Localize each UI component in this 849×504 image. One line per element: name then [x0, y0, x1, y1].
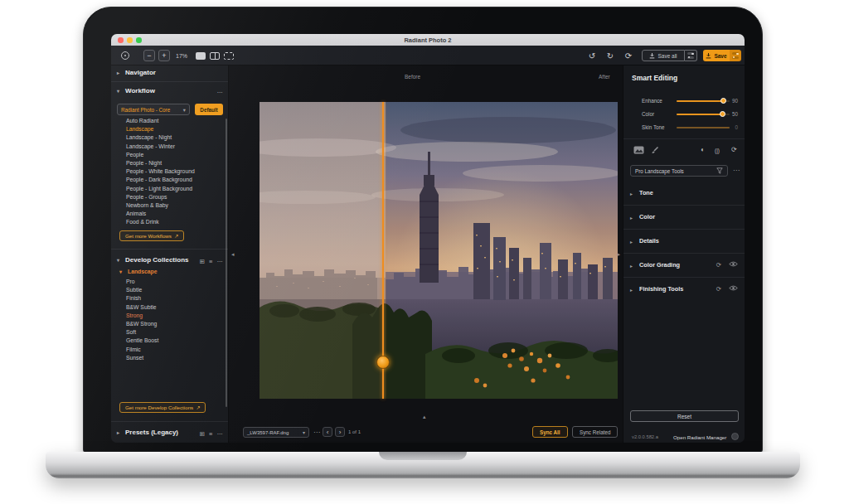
workflow-preset-dropdown[interactable]: Radiant Photo - Core ▾: [117, 104, 190, 115]
smart-editing-title: Smart Editing: [632, 74, 677, 82]
develop-item[interactable]: Sunset: [111, 354, 228, 362]
photo-before-after[interactable]: [260, 102, 618, 399]
navigate-icon[interactable]: [119, 50, 131, 61]
workflow-section-header[interactable]: ▾ Workflow: [111, 87, 228, 94]
develop-item[interactable]: Finish: [111, 294, 228, 303]
view-single-icon[interactable]: [195, 50, 206, 61]
sidebar-scrollbar[interactable]: [226, 119, 227, 407]
radiant-manager-icon[interactable]: [731, 433, 739, 440]
reset-adjustments-icon[interactable]: ⟳: [731, 146, 737, 153]
workflow-label: Workflow: [125, 87, 155, 94]
section-details[interactable]: ▸ Details: [623, 230, 745, 254]
download-icon: [649, 53, 655, 59]
develop-item[interactable]: B&W Subtle: [111, 303, 228, 312]
compare-split-handle[interactable]: [376, 356, 390, 369]
develop-group-landscape[interactable]: ▾ Landscape: [119, 269, 158, 274]
zoom-in-button[interactable]: +: [158, 50, 170, 61]
list-view-icon[interactable]: ≡: [209, 430, 212, 438]
develop-item[interactable]: Soft: [111, 328, 228, 337]
split-view-icon[interactable]: ◐: [701, 146, 705, 153]
previous-image-button[interactable]: ‹: [323, 427, 332, 437]
default-button[interactable]: Default: [195, 104, 223, 115]
filmstrip-more-icon[interactable]: ⋯: [313, 429, 320, 436]
develop-more-icon[interactable]: ⋯: [217, 258, 224, 265]
external-link-icon: ↗: [174, 233, 178, 239]
workflow-item[interactable]: Auto Radiant: [111, 117, 228, 125]
workflow-item[interactable]: Landscape - Winter: [111, 143, 228, 151]
compare-split-line[interactable]: [382, 102, 384, 399]
collapse-left-panel-icon[interactable]: ◂: [231, 251, 235, 258]
image-icon[interactable]: [633, 146, 644, 154]
next-image-button[interactable]: ›: [335, 427, 345, 437]
reset-button[interactable]: Reset: [630, 410, 739, 422]
open-radiant-manager-link[interactable]: Open Radiant Manager: [673, 434, 726, 440]
color-label: Color: [642, 111, 654, 117]
workflow-item[interactable]: People - Night: [111, 159, 228, 167]
workflow-item[interactable]: Animals: [111, 210, 228, 218]
workflow-more-icon[interactable]: ⋯: [217, 89, 224, 96]
sync-all-button[interactable]: Sync All: [532, 426, 568, 438]
workflow-item[interactable]: People: [111, 151, 228, 159]
workflow-item[interactable]: People - White Background: [111, 167, 228, 176]
grid-view-icon[interactable]: ⊞: [200, 258, 205, 265]
filename-dropdown[interactable]: _LW3597-RAF.dng ▾: [243, 427, 309, 438]
refresh-icon[interactable]: ⟳: [622, 50, 635, 61]
expand-filmstrip-icon[interactable]: ▴: [423, 414, 426, 420]
presets-more-icon[interactable]: ⋯: [217, 430, 224, 438]
visibility-icon[interactable]: [729, 285, 738, 291]
skin-tone-slider[interactable]: [677, 127, 730, 128]
filter-icon: [716, 167, 723, 174]
zoom-out-button[interactable]: −: [143, 50, 155, 61]
save-all-button[interactable]: Save all: [642, 50, 685, 61]
get-more-workflows-button[interactable]: Get more Workflows ↗: [119, 230, 184, 241]
view-fit-icon[interactable]: [223, 50, 235, 61]
slider-handle[interactable]: [720, 98, 726, 104]
tools-dropdown[interactable]: Pro Landscape Tools: [630, 165, 728, 177]
visibility-icon[interactable]: [729, 261, 738, 267]
compare-icon[interactable]: (|): [715, 148, 720, 153]
list-view-icon[interactable]: ≡: [209, 258, 212, 265]
workflow-item[interactable]: People - Dark Background: [111, 176, 228, 184]
section-color[interactable]: ▸ Color: [623, 206, 745, 230]
save-all-toggle[interactable]: [685, 50, 697, 61]
develop-item[interactable]: Filmic: [111, 346, 228, 354]
undo-icon[interactable]: ↺: [585, 50, 599, 61]
section-finishing-tools[interactable]: ▸ Finishing Tools ⟳: [623, 278, 745, 302]
save-button[interactable]: Save: [703, 50, 730, 61]
color-value: 50: [732, 111, 738, 117]
chevron-right-icon: ▸: [630, 263, 635, 269]
grid-view-icon[interactable]: ⊞: [200, 430, 205, 438]
save-all-label: Save all: [657, 53, 677, 59]
section-color-grading[interactable]: ▸ Color Grading ⟳: [623, 254, 745, 278]
workflow-item[interactable]: Landscape - Night: [111, 133, 228, 142]
save-toggle[interactable]: [730, 50, 741, 61]
develop-item-selected[interactable]: Strong: [111, 312, 228, 320]
navigator-section-header[interactable]: ▸ Navigator: [111, 69, 228, 76]
develop-item[interactable]: Subtle: [111, 286, 228, 294]
enhance-label: Enhance: [642, 98, 662, 104]
color-slider[interactable]: [677, 114, 730, 115]
workflow-item[interactable]: Food & Drink: [111, 218, 228, 226]
workflow-item[interactable]: Newborn & Baby: [111, 201, 228, 210]
slider-handle[interactable]: [720, 111, 725, 117]
collapse-right-panel-icon[interactable]: ▸: [617, 251, 620, 258]
canvas-area: Before After: [229, 65, 623, 443]
section-tone[interactable]: ▸ Tone: [623, 182, 745, 206]
get-more-develop-collections-button[interactable]: Get more Develop Collections ↗: [119, 402, 206, 413]
tools-more-icon[interactable]: ⋯: [733, 167, 740, 174]
reset-section-icon[interactable]: ⟳: [716, 261, 721, 269]
workflow-item[interactable]: People - Light Background: [111, 185, 228, 193]
laptop-base: [46, 452, 800, 478]
reset-section-icon[interactable]: ⟳: [716, 285, 721, 293]
develop-item[interactable]: Gentle Boost: [111, 337, 228, 345]
sync-related-button[interactable]: Sync Related: [572, 426, 618, 438]
workflow-item[interactable]: People - Groups: [111, 193, 228, 201]
enhance-slider[interactable]: [677, 100, 730, 102]
view-split-icon[interactable]: [209, 50, 221, 61]
develop-item[interactable]: B&W Strong: [111, 320, 228, 328]
brush-icon[interactable]: [650, 146, 659, 155]
redo-icon[interactable]: ↻: [604, 50, 617, 61]
zoom-level: 17%: [172, 50, 191, 61]
workflow-item-selected[interactable]: Landscape: [111, 125, 228, 133]
develop-item[interactable]: Pro: [111, 278, 228, 286]
